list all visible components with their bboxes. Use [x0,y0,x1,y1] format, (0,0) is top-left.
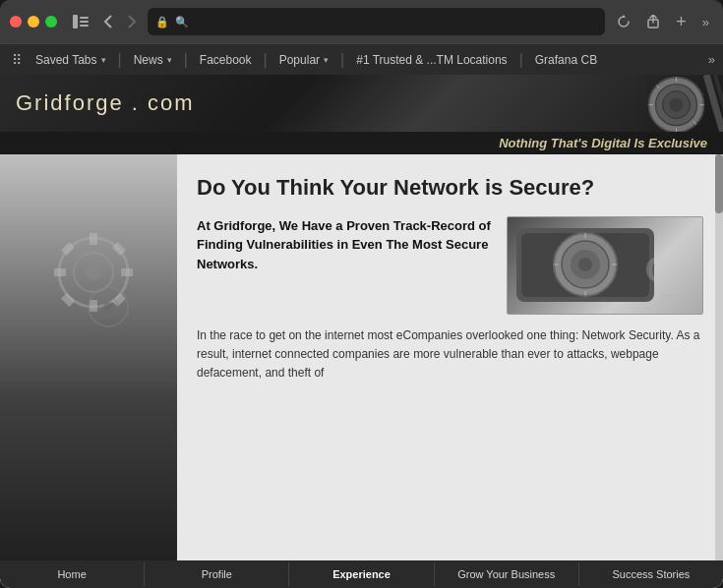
security-image: G .com [507,216,703,315]
svg-rect-1 [80,17,89,19]
svg-rect-2 [80,21,89,23]
new-tab-button[interactable]: + [672,8,691,36]
body-paragraph: In the race to get on the internet most … [197,326,703,383]
svg-text:G: G [644,247,675,291]
svg-rect-0 [73,15,78,29]
svg-point-30 [103,302,113,312]
title-bar: 🔒 🔍 + » [0,0,723,43]
left-panel [0,154,177,560]
main-content: Do You Think Your Network is Secure? At … [0,154,723,560]
page-heading: Do You Think Your Network is Secure? [197,174,703,203]
tab-saved-tabs-label: Saved Tabs [35,53,97,67]
nav-profile[interactable]: Profile [145,562,289,586]
chevron-down-icon: ▾ [101,55,106,65]
content-body: At Gridforge, We Have a Proven Track-Rec… [197,216,703,315]
sidebar-toggle-button[interactable] [69,11,92,32]
overflow-button[interactable]: » [698,11,713,33]
tab-facebook-label: Facebook [200,53,252,67]
svg-point-19 [86,265,101,280]
svg-rect-21 [90,300,97,312]
nav-grow-business[interactable]: Grow Your Business [435,562,579,586]
nav-success-stories[interactable]: Success Stories [579,562,723,586]
bold-paragraph: At Gridforge, We Have a Proven Track-Rec… [197,216,491,274]
tab-trusted-label: #1 Trusted & ...TM Locations [356,53,507,67]
webpage: Gridforge . com [0,75,723,588]
tagline-text: Nothing That's Digital Is Exclusive [499,136,707,150]
tab-grid-button[interactable]: ⠿ [8,50,26,70]
scrollbar-thumb[interactable] [715,154,723,213]
tab-news[interactable]: News ▾ [128,51,178,69]
tab-news-label: News [134,53,163,67]
content-text: At Gridforge, We Have a Proven Track-Rec… [197,216,491,315]
address-bar-container: 🔒 🔍 [148,8,605,35]
close-button[interactable] [10,16,22,28]
svg-rect-26 [61,293,75,307]
address-input[interactable] [197,15,597,29]
tab-popular-label: Popular [279,53,320,67]
refresh-button[interactable] [613,11,634,32]
svg-text:.com: .com [657,290,677,301]
tab-facebook[interactable]: Facebook [194,51,258,69]
header-lock-decoration [595,75,723,132]
share-button[interactable] [642,11,664,32]
traffic-lights [10,16,57,28]
chevron-down-icon: ▾ [324,55,329,65]
tab-saved-tabs[interactable]: Saved Tabs ▾ [30,51,112,69]
browser-window: 🔒 🔍 + » ⠿ Saved Tabs ▾ | N [0,0,723,588]
tab-overflow-button[interactable]: » [708,52,715,67]
tab-trusted[interactable]: #1 Trusted & ...TM Locations [350,51,512,69]
forward-button[interactable] [124,11,140,32]
gears-decoration [15,174,162,371]
lock-image-svg: G .com [512,218,698,312]
tab-bar: ⠿ Saved Tabs ▾ | News ▾ | Facebook | Pop… [0,43,723,75]
site-logo: Gridforge . com [16,90,195,116]
svg-rect-20 [90,233,97,245]
maximize-button[interactable] [45,16,57,28]
site-header: Gridforge . com [0,75,723,132]
tab-popular[interactable]: Popular ▾ [273,51,334,69]
lock-icon: 🔒 [155,16,169,29]
back-button[interactable] [100,11,116,32]
nav-experience[interactable]: Experience [289,562,434,586]
chevron-down-icon: ▾ [167,55,172,65]
svg-rect-22 [54,268,66,276]
scrollbar-track[interactable] [715,154,723,560]
bottom-nav: Home Profile Experience Grow Your Busine… [0,560,723,588]
svg-rect-3 [80,25,89,27]
minimize-button[interactable] [28,16,39,28]
svg-point-36 [578,258,592,271]
svg-point-8 [670,98,684,112]
content-panel: Do You Think Your Network is Secure? At … [177,154,723,560]
tab-grafana-label: Grafana CB [535,53,597,67]
tab-grafana[interactable]: Grafana CB [529,51,603,69]
search-icon: 🔍 [175,16,189,29]
tagline-bar: Nothing That's Digital Is Exclusive [0,132,723,154]
nav-home[interactable]: Home [0,562,145,586]
svg-rect-23 [121,268,133,276]
svg-line-15 [706,75,723,132]
